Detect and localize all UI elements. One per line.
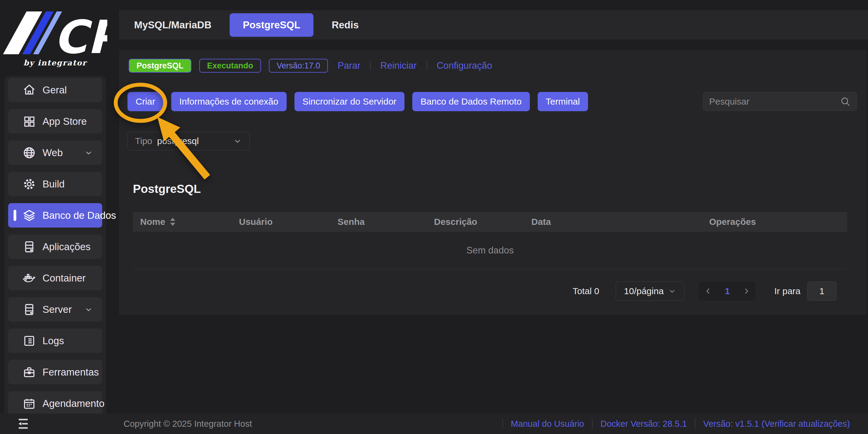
home-icon bbox=[23, 84, 36, 97]
sidebar-item-app-store[interactable]: App Store bbox=[8, 109, 102, 133]
sidebar-item-label: Server bbox=[42, 304, 72, 315]
pager: 1 bbox=[699, 281, 755, 301]
sidebar-item-label: Geral bbox=[42, 84, 67, 96]
log-list-icon bbox=[23, 334, 36, 347]
copyright-text: Copyright © 2025 Integrator Host bbox=[124, 419, 252, 429]
user-manual-link[interactable]: Manual do Usuário bbox=[503, 419, 592, 429]
sidebar-item-label: Build bbox=[42, 179, 64, 190]
app-version-link[interactable]: Versão: v1.5.1 (Verificar atualizações) bbox=[695, 419, 858, 429]
sidebar-item-label: Aplicações bbox=[42, 241, 91, 253]
docker-whale-icon bbox=[23, 272, 36, 285]
toolbox-icon bbox=[23, 366, 36, 379]
page-number-button[interactable]: 1 bbox=[718, 281, 737, 301]
service-state-badge: Executando bbox=[199, 59, 261, 73]
chevron-down-icon bbox=[84, 305, 93, 314]
sidebar-item-banco-de-dados[interactable]: Banco de Dados bbox=[8, 203, 102, 227]
next-page-button[interactable] bbox=[737, 281, 755, 301]
configuration-link[interactable]: Configuração bbox=[437, 60, 492, 71]
search-box bbox=[703, 92, 857, 111]
sidebar-item-server[interactable]: Server bbox=[8, 297, 102, 321]
actions-toolbar: Criar Informações de conexão Sincronizar… bbox=[127, 92, 588, 111]
postgresql-panel: PostgreSQL Executando Versão:17.0 Parar … bbox=[119, 50, 867, 315]
sidebar-item-geral[interactable]: Geral bbox=[8, 78, 102, 102]
sidebar-item-label: Web bbox=[42, 147, 63, 158]
column-header-senha: Senha bbox=[338, 217, 434, 227]
sort-icon[interactable] bbox=[169, 217, 177, 226]
type-filter-value: postgresql bbox=[157, 136, 198, 146]
table-header-row: Nome Usuário Senha Descrição Data Operaç… bbox=[133, 212, 847, 232]
sidebar-item-label: Ferramentas bbox=[42, 367, 99, 378]
search-input[interactable] bbox=[709, 96, 840, 107]
page-size-value: 10/página bbox=[624, 286, 664, 296]
terminal-button[interactable]: Terminal bbox=[538, 92, 588, 111]
divider bbox=[427, 61, 427, 70]
tab-postgresql[interactable]: PostgreSQL bbox=[230, 13, 314, 37]
column-header-nome[interactable]: Nome bbox=[140, 217, 239, 227]
footer-links: Manual do Usuário Docker Versão: 28.5.1 … bbox=[502, 418, 858, 429]
layers-icon bbox=[23, 209, 36, 222]
service-status-row: PostgreSQL Executando Versão:17.0 Parar … bbox=[129, 59, 494, 73]
sidebar-item-agendamento[interactable]: Agendamento bbox=[8, 391, 102, 415]
tab-mysql-mariadb[interactable]: MySQL/MariaDB bbox=[133, 19, 213, 31]
logo-icp-icon: CP bbox=[3, 8, 107, 60]
app-logo: CP by integrator bbox=[3, 8, 107, 72]
criar-button[interactable]: Criar bbox=[127, 92, 163, 111]
sidebar-item-label: Banco de Dados bbox=[42, 210, 116, 221]
stop-service-link[interactable]: Parar bbox=[338, 60, 361, 71]
app-server-icon bbox=[23, 240, 36, 253]
divider bbox=[370, 61, 371, 70]
column-header-usuario: Usuário bbox=[239, 217, 338, 227]
chevron-left-icon bbox=[704, 287, 712, 296]
chevron-right-icon bbox=[742, 287, 750, 296]
server-icon bbox=[23, 303, 36, 316]
type-filter-label: Tipo bbox=[135, 136, 152, 146]
total-count-label: Total 0 bbox=[572, 286, 599, 296]
calendar-icon bbox=[23, 397, 36, 410]
svg-text:CP: CP bbox=[54, 10, 107, 60]
sidebar-item-web[interactable]: Web bbox=[8, 141, 102, 165]
chevron-down-icon bbox=[233, 136, 242, 146]
sidebar-item-aplicacoes[interactable]: Aplicações bbox=[8, 235, 102, 259]
tab-redis[interactable]: Redis bbox=[330, 19, 360, 31]
goto-page-input[interactable] bbox=[807, 281, 837, 301]
chevron-down-icon bbox=[84, 148, 93, 157]
chevron-down-icon bbox=[668, 287, 676, 296]
grid-icon bbox=[23, 115, 36, 128]
restart-service-link[interactable]: Reiniciar bbox=[380, 60, 417, 71]
type-filter-select[interactable]: Tipo postgresql bbox=[127, 132, 250, 150]
previous-page-button[interactable] bbox=[699, 281, 718, 301]
service-name-badge: PostgreSQL bbox=[129, 59, 191, 73]
sidebar: Geral App Store Web Build Banco de Dados bbox=[4, 76, 106, 434]
sidebar-item-ferramentas[interactable]: Ferramentas bbox=[8, 360, 102, 384]
page-size-select[interactable]: 10/página bbox=[616, 281, 684, 301]
table-empty-state: Sem dados bbox=[133, 232, 847, 269]
column-header-data: Data bbox=[531, 217, 709, 227]
sidebar-item-logs[interactable]: Logs bbox=[8, 329, 102, 353]
active-indicator bbox=[13, 210, 16, 221]
search-icon[interactable] bbox=[840, 96, 851, 107]
sidebar-item-container[interactable]: Container bbox=[8, 266, 102, 290]
column-header-descricao: Descrição bbox=[434, 217, 531, 227]
sidebar-item-label: Logs bbox=[42, 335, 64, 347]
sidebar-item-label: Agendamento bbox=[42, 398, 104, 409]
gear-icon bbox=[23, 178, 36, 191]
sync-from-server-button[interactable]: Sincronizar do Servidor bbox=[294, 92, 405, 111]
footer: Copyright © 2025 Integrator Host Manual … bbox=[0, 413, 868, 434]
table-title: PostgreSQL bbox=[133, 182, 201, 195]
globe-icon bbox=[23, 146, 36, 159]
remote-database-button[interactable]: Banco de Dados Remoto bbox=[412, 92, 530, 111]
database-tabbar: MySQL/MariaDB PostgreSQL Redis bbox=[119, 10, 868, 39]
sidebar-item-label: App Store bbox=[42, 116, 87, 127]
docker-version-link[interactable]: Docker Versão: 28.5.1 bbox=[592, 419, 695, 429]
column-header-operacoes: Operações bbox=[709, 217, 847, 227]
sidebar-item-build[interactable]: Build bbox=[8, 172, 102, 196]
service-version-badge: Versão:17.0 bbox=[269, 59, 328, 73]
pagination-bar: Total 0 10/página 1 Ir para bbox=[572, 281, 837, 301]
connection-info-button[interactable]: Informações de conexão bbox=[171, 92, 287, 111]
goto-page-label: Ir para bbox=[774, 286, 801, 296]
collapse-sidebar-button[interactable] bbox=[16, 416, 30, 431]
collapse-sidebar-icon bbox=[16, 416, 30, 431]
sidebar-item-label: Container bbox=[42, 273, 86, 284]
